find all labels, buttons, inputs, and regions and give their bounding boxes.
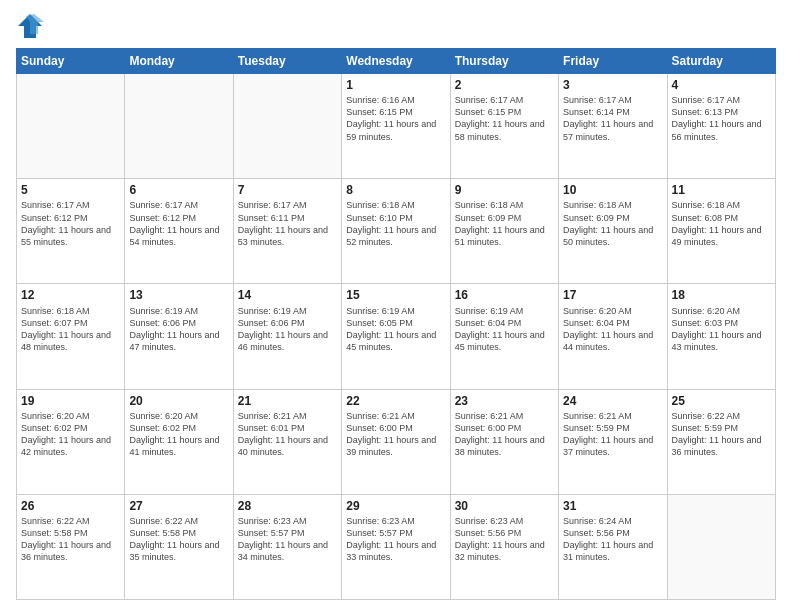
daylight-label: Daylight: 11 hours and 54 minutes. — [129, 225, 219, 247]
day-info: Sunrise: 6:18 AMSunset: 6:09 PMDaylight:… — [455, 199, 554, 248]
sunrise-label: Sunrise: 6:22 AM — [21, 516, 90, 526]
calendar-cell: 6Sunrise: 6:17 AMSunset: 6:12 PMDaylight… — [125, 179, 233, 284]
header — [16, 12, 776, 40]
day-info: Sunrise: 6:20 AMSunset: 6:02 PMDaylight:… — [129, 410, 228, 459]
daylight-label: Daylight: 11 hours and 32 minutes. — [455, 540, 545, 562]
sunset-label: Sunset: 6:08 PM — [672, 213, 739, 223]
sunrise-label: Sunrise: 6:19 AM — [129, 306, 198, 316]
calendar-row-2: 12Sunrise: 6:18 AMSunset: 6:07 PMDayligh… — [17, 284, 776, 389]
calendar-cell: 3Sunrise: 6:17 AMSunset: 6:14 PMDaylight… — [559, 74, 667, 179]
day-number: 28 — [238, 498, 337, 514]
sunset-label: Sunset: 6:15 PM — [455, 107, 522, 117]
calendar-cell: 4Sunrise: 6:17 AMSunset: 6:13 PMDaylight… — [667, 74, 775, 179]
sunrise-label: Sunrise: 6:20 AM — [672, 306, 741, 316]
sunset-label: Sunset: 6:13 PM — [672, 107, 739, 117]
day-number: 1 — [346, 77, 445, 93]
day-number: 31 — [563, 498, 662, 514]
day-number: 15 — [346, 287, 445, 303]
sunset-label: Sunset: 5:57 PM — [346, 528, 413, 538]
sunrise-label: Sunrise: 6:19 AM — [455, 306, 524, 316]
calendar-row-3: 19Sunrise: 6:20 AMSunset: 6:02 PMDayligh… — [17, 389, 776, 494]
sunrise-label: Sunrise: 6:17 AM — [563, 95, 632, 105]
day-number: 30 — [455, 498, 554, 514]
sunrise-label: Sunrise: 6:20 AM — [563, 306, 632, 316]
calendar-cell: 16Sunrise: 6:19 AMSunset: 6:04 PMDayligh… — [450, 284, 558, 389]
sunset-label: Sunset: 6:01 PM — [238, 423, 305, 433]
sunset-label: Sunset: 6:04 PM — [455, 318, 522, 328]
sunset-label: Sunset: 5:59 PM — [672, 423, 739, 433]
daylight-label: Daylight: 11 hours and 56 minutes. — [672, 119, 762, 141]
day-info: Sunrise: 6:21 AMSunset: 6:00 PMDaylight:… — [346, 410, 445, 459]
weekday-tuesday: Tuesday — [233, 49, 341, 74]
calendar-cell: 5Sunrise: 6:17 AMSunset: 6:12 PMDaylight… — [17, 179, 125, 284]
day-info: Sunrise: 6:20 AMSunset: 6:02 PMDaylight:… — [21, 410, 120, 459]
daylight-label: Daylight: 11 hours and 47 minutes. — [129, 330, 219, 352]
day-info: Sunrise: 6:23 AMSunset: 5:56 PMDaylight:… — [455, 515, 554, 564]
day-info: Sunrise: 6:17 AMSunset: 6:12 PMDaylight:… — [21, 199, 120, 248]
day-info: Sunrise: 6:22 AMSunset: 5:59 PMDaylight:… — [672, 410, 771, 459]
day-number: 20 — [129, 393, 228, 409]
page: SundayMondayTuesdayWednesdayThursdayFrid… — [0, 0, 792, 612]
daylight-label: Daylight: 11 hours and 57 minutes. — [563, 119, 653, 141]
day-info: Sunrise: 6:17 AMSunset: 6:12 PMDaylight:… — [129, 199, 228, 248]
calendar-row-1: 5Sunrise: 6:17 AMSunset: 6:12 PMDaylight… — [17, 179, 776, 284]
day-number: 2 — [455, 77, 554, 93]
calendar-cell: 2Sunrise: 6:17 AMSunset: 6:15 PMDaylight… — [450, 74, 558, 179]
daylight-label: Daylight: 11 hours and 58 minutes. — [455, 119, 545, 141]
sunrise-label: Sunrise: 6:21 AM — [455, 411, 524, 421]
calendar-cell: 19Sunrise: 6:20 AMSunset: 6:02 PMDayligh… — [17, 389, 125, 494]
day-number: 11 — [672, 182, 771, 198]
sunset-label: Sunset: 6:00 PM — [346, 423, 413, 433]
day-info: Sunrise: 6:19 AMSunset: 6:06 PMDaylight:… — [238, 305, 337, 354]
sunrise-label: Sunrise: 6:20 AM — [129, 411, 198, 421]
day-number: 10 — [563, 182, 662, 198]
day-info: Sunrise: 6:22 AMSunset: 5:58 PMDaylight:… — [129, 515, 228, 564]
daylight-label: Daylight: 11 hours and 39 minutes. — [346, 435, 436, 457]
day-info: Sunrise: 6:18 AMSunset: 6:08 PMDaylight:… — [672, 199, 771, 248]
day-number: 29 — [346, 498, 445, 514]
weekday-monday: Monday — [125, 49, 233, 74]
sunset-label: Sunset: 6:02 PM — [21, 423, 88, 433]
day-info: Sunrise: 6:16 AMSunset: 6:15 PMDaylight:… — [346, 94, 445, 143]
sunset-label: Sunset: 6:12 PM — [21, 213, 88, 223]
daylight-label: Daylight: 11 hours and 35 minutes. — [129, 540, 219, 562]
day-number: 12 — [21, 287, 120, 303]
sunset-label: Sunset: 6:04 PM — [563, 318, 630, 328]
sunrise-label: Sunrise: 6:23 AM — [455, 516, 524, 526]
logo-icon — [16, 12, 44, 40]
day-number: 23 — [455, 393, 554, 409]
calendar-cell: 25Sunrise: 6:22 AMSunset: 5:59 PMDayligh… — [667, 389, 775, 494]
calendar-cell: 23Sunrise: 6:21 AMSunset: 6:00 PMDayligh… — [450, 389, 558, 494]
sunset-label: Sunset: 6:14 PM — [563, 107, 630, 117]
day-number: 27 — [129, 498, 228, 514]
day-info: Sunrise: 6:21 AMSunset: 6:00 PMDaylight:… — [455, 410, 554, 459]
day-info: Sunrise: 6:18 AMSunset: 6:09 PMDaylight:… — [563, 199, 662, 248]
calendar-cell — [125, 74, 233, 179]
sunrise-label: Sunrise: 6:22 AM — [672, 411, 741, 421]
daylight-label: Daylight: 11 hours and 40 minutes. — [238, 435, 328, 457]
sunset-label: Sunset: 6:02 PM — [129, 423, 196, 433]
calendar-cell: 22Sunrise: 6:21 AMSunset: 6:00 PMDayligh… — [342, 389, 450, 494]
sunrise-label: Sunrise: 6:21 AM — [563, 411, 632, 421]
day-info: Sunrise: 6:19 AMSunset: 6:04 PMDaylight:… — [455, 305, 554, 354]
daylight-label: Daylight: 11 hours and 48 minutes. — [21, 330, 111, 352]
sunset-label: Sunset: 5:57 PM — [238, 528, 305, 538]
sunset-label: Sunset: 6:10 PM — [346, 213, 413, 223]
calendar-cell: 30Sunrise: 6:23 AMSunset: 5:56 PMDayligh… — [450, 494, 558, 599]
day-info: Sunrise: 6:18 AMSunset: 6:10 PMDaylight:… — [346, 199, 445, 248]
calendar-cell: 7Sunrise: 6:17 AMSunset: 6:11 PMDaylight… — [233, 179, 341, 284]
calendar-cell: 28Sunrise: 6:23 AMSunset: 5:57 PMDayligh… — [233, 494, 341, 599]
calendar-cell: 15Sunrise: 6:19 AMSunset: 6:05 PMDayligh… — [342, 284, 450, 389]
daylight-label: Daylight: 11 hours and 55 minutes. — [21, 225, 111, 247]
day-info: Sunrise: 6:17 AMSunset: 6:15 PMDaylight:… — [455, 94, 554, 143]
sunset-label: Sunset: 6:07 PM — [21, 318, 88, 328]
sunset-label: Sunset: 5:59 PM — [563, 423, 630, 433]
calendar-cell: 17Sunrise: 6:20 AMSunset: 6:04 PMDayligh… — [559, 284, 667, 389]
sunset-label: Sunset: 6:03 PM — [672, 318, 739, 328]
day-number: 26 — [21, 498, 120, 514]
weekday-thursday: Thursday — [450, 49, 558, 74]
day-number: 25 — [672, 393, 771, 409]
calendar-cell: 27Sunrise: 6:22 AMSunset: 5:58 PMDayligh… — [125, 494, 233, 599]
day-info: Sunrise: 6:20 AMSunset: 6:04 PMDaylight:… — [563, 305, 662, 354]
sunset-label: Sunset: 6:12 PM — [129, 213, 196, 223]
